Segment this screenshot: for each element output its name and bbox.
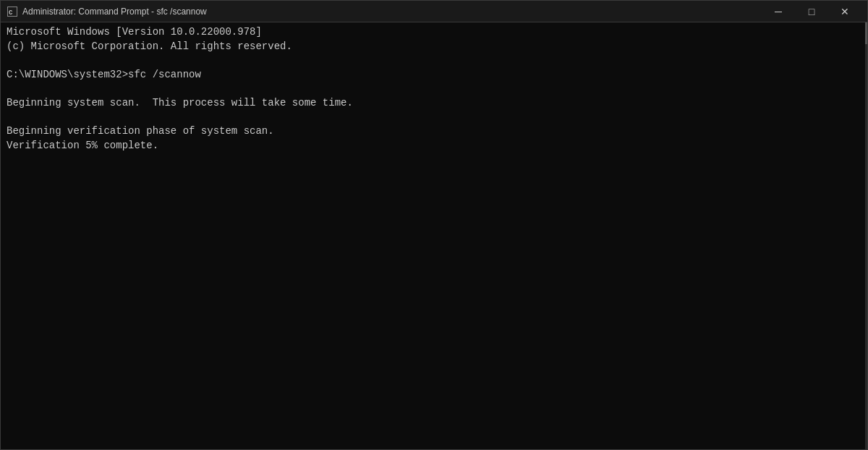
minimize-button[interactable]: ─ — [762, 1, 795, 22]
terminal-line-8: Beginning verification phase of system s… — [7, 124, 861, 139]
terminal-line-4: C:\WINDOWS\system32>sfc /scannow — [7, 68, 861, 82]
cmd-window: C Administrator: Command Prompt - sfc /s… — [0, 0, 868, 450]
cmd-window-icon: C — [7, 6, 18, 17]
scrollbar-track — [865, 22, 867, 449]
titlebar-controls: ─ □ ✕ — [762, 1, 861, 22]
scrollbar-thumb[interactable] — [865, 22, 867, 44]
terminal-body[interactable]: Microsoft Windows [Version 10.0.22000.97… — [1, 22, 867, 449]
terminal-line-1: Microsoft Windows [Version 10.0.22000.97… — [7, 25, 861, 40]
titlebar: C Administrator: Command Prompt - sfc /s… — [1, 1, 867, 22]
terminal-line-3 — [7, 54, 861, 68]
terminal-line-9: Verification 5% complete. — [7, 139, 861, 153]
close-button[interactable]: ✕ — [828, 1, 861, 22]
terminal-line-6: Beginning system scan. This process will… — [7, 96, 861, 111]
cmd-icon: C — [7, 7, 17, 17]
terminal-line-2: (c) Microsoft Corporation. All rights re… — [7, 40, 861, 54]
terminal-line-5 — [7, 82, 861, 96]
terminal-line-7 — [7, 111, 861, 125]
svg-text:C: C — [9, 9, 13, 16]
titlebar-left: C Administrator: Command Prompt - sfc /s… — [7, 6, 207, 17]
maximize-button[interactable]: □ — [795, 1, 828, 22]
window-title: Administrator: Command Prompt - sfc /sca… — [22, 7, 207, 17]
